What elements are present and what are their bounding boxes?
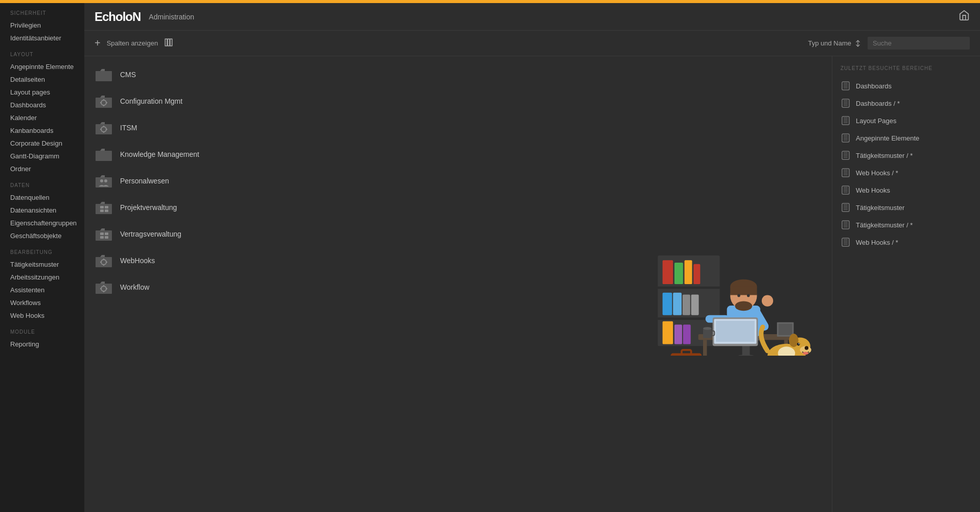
sidebar-item[interactable]: Web Hooks (0, 309, 84, 322)
svg-point-19 (100, 179, 103, 182)
recent-item[interactable]: Web Hooks (832, 181, 980, 199)
svg-rect-50 (663, 293, 672, 315)
svg-rect-84 (682, 350, 691, 355)
sidebar-item[interactable]: Kanbanboards (0, 124, 84, 137)
recent-item[interactable]: Tätigkeitsmuster / * (832, 216, 980, 234)
sidebar-section-label: SICHERHEIT (0, 3, 84, 19)
sidebar-item[interactable]: Tätigkeitsmuster (0, 258, 84, 271)
svg-point-98 (803, 352, 808, 355)
svg-point-73 (762, 295, 773, 306)
svg-rect-2 (170, 39, 172, 46)
columns-icon[interactable] (164, 38, 173, 49)
recent-item-label: Layout Pages (856, 117, 897, 125)
recent-item-label: Tätigkeitsmuster / * (856, 221, 913, 229)
svg-point-92 (797, 343, 800, 346)
svg-point-69 (735, 301, 753, 311)
sidebar-item[interactable]: Workflows (0, 296, 84, 309)
recent-item[interactable]: Angepinnte Elemente (832, 129, 980, 147)
recent-item[interactable]: Web Hooks / * (832, 234, 980, 251)
recent-item-icon (841, 133, 851, 143)
list-item[interactable]: Knowledge Management (84, 141, 617, 168)
sidebar-item[interactable]: Datenansichten (0, 204, 84, 217)
list-item[interactable]: ITSM (84, 114, 617, 141)
list-item[interactable]: Personalwesen (84, 168, 617, 194)
recent-item[interactable]: Web Hooks / * (832, 164, 980, 181)
recent-item-icon (841, 237, 851, 247)
svg-point-90 (805, 346, 808, 350)
svg-rect-26 (96, 230, 112, 241)
sidebar-item[interactable]: Angepinnte Elemente (0, 60, 84, 73)
svg-rect-22 (100, 206, 104, 208)
sidebar: SICHERHEITPrivilegienIdentitätsanbieterL… (0, 3, 84, 512)
search-input[interactable] (868, 37, 970, 50)
svg-rect-47 (674, 263, 683, 284)
sidebar-item[interactable]: Detailseiten (0, 73, 84, 86)
svg-rect-24 (100, 210, 104, 212)
folder-icon (95, 278, 113, 296)
sidebar-item[interactable]: Dashboards (0, 99, 84, 111)
list-item-name: Vertragsverwaltung (120, 230, 181, 238)
folder-icon (95, 119, 113, 137)
sidebar-item[interactable]: Gantt-Diagramm (0, 150, 84, 162)
recent-item-icon (841, 150, 851, 160)
columns-label[interactable]: Spalten anzeigen (107, 39, 158, 47)
svg-rect-104 (842, 99, 849, 107)
svg-rect-109 (842, 117, 849, 125)
sidebar-section-label: MODULE (0, 322, 84, 338)
recent-item[interactable]: Tätigkeitsmuster (832, 199, 980, 216)
recent-item-icon (841, 185, 851, 195)
svg-rect-119 (842, 151, 849, 159)
sidebar-item[interactable]: Ordner (0, 162, 84, 175)
svg-rect-44 (658, 287, 719, 289)
sidebar-item[interactable]: Identitätsanbieter (0, 32, 84, 44)
recent-item-icon (841, 220, 851, 230)
sidebar-item[interactable]: Reporting (0, 338, 84, 351)
svg-point-70 (737, 294, 740, 297)
svg-rect-27 (100, 232, 104, 235)
add-button[interactable]: + (95, 37, 101, 49)
folder-icon (95, 145, 113, 164)
sidebar-item[interactable]: Layout pages (0, 86, 84, 99)
svg-rect-30 (105, 236, 108, 239)
folder-icon (95, 225, 113, 243)
sidebar-item[interactable]: Privilegien (0, 19, 84, 32)
recent-item[interactable]: Tätigkeitsmuster / * (832, 147, 980, 164)
recent-item-icon (841, 168, 851, 178)
home-icon[interactable] (959, 10, 970, 24)
recent-item-icon (841, 98, 851, 108)
list-item[interactable]: Workflow (84, 274, 617, 300)
sidebar-item[interactable]: Arbeitssitzungen (0, 271, 84, 284)
list-item-name: Projektverwaltung (120, 203, 177, 212)
sidebar-section-label: BEARBEITUNG (0, 242, 84, 258)
logo: EcholoN (95, 10, 141, 24)
list-item[interactable]: CMS (84, 61, 617, 88)
sidebar-item[interactable]: Geschäftsobjekte (0, 229, 84, 242)
folder-icon (95, 198, 113, 217)
sidebar-item[interactable]: Assistenten (0, 284, 84, 296)
folder-icon (95, 251, 113, 270)
recent-item-icon (841, 202, 851, 213)
recent-item[interactable]: Dashboards (832, 77, 980, 95)
list-item[interactable]: WebHooks (84, 247, 617, 274)
sidebar-section-label: LAYOUT (0, 44, 84, 60)
svg-rect-48 (685, 260, 692, 284)
sidebar-item[interactable]: Kalender (0, 111, 84, 124)
list-item-name: Configuration Mgmt (120, 97, 182, 105)
svg-rect-23 (105, 206, 108, 208)
sidebar-item[interactable]: Datenquellen (0, 191, 84, 204)
list-item[interactable]: Projektverwaltung (84, 194, 617, 221)
sidebar-item[interactable]: Eigenschaftengruppen (0, 217, 84, 229)
sort-button[interactable]: Typ und Name (808, 39, 861, 47)
list-item[interactable]: Configuration Mgmt (84, 88, 617, 114)
list-area: CMSConfiguration MgmtITSMKnowledge Manag… (84, 56, 617, 512)
sidebar-item[interactable]: Corporate Design (0, 137, 84, 150)
recent-item-label: Web Hooks / * (856, 169, 898, 177)
recent-item[interactable]: Layout Pages (832, 112, 980, 129)
folder-icon (95, 172, 113, 190)
svg-rect-46 (663, 260, 673, 284)
svg-rect-29 (100, 236, 104, 239)
svg-rect-51 (673, 293, 682, 315)
svg-rect-49 (693, 264, 700, 284)
list-item[interactable]: Vertragsverwaltung (84, 221, 617, 247)
recent-item[interactable]: Dashboards / * (832, 95, 980, 112)
